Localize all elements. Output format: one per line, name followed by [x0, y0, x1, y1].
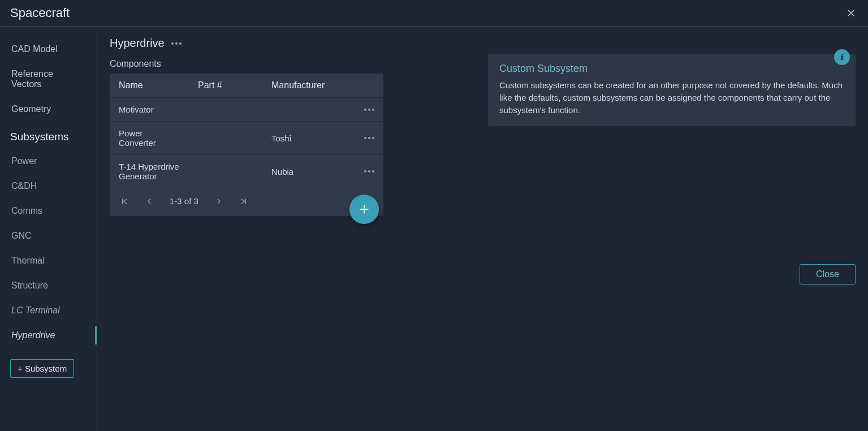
- sidebar-item-power[interactable]: Power: [0, 149, 97, 174]
- sidebar-item-lc-terminal[interactable]: LC Terminal: [0, 298, 97, 323]
- components-table: NamePart #Manufacturer MotivatorPower Co…: [110, 74, 383, 216]
- close-button[interactable]: Close: [800, 264, 856, 285]
- close-icon[interactable]: [844, 6, 858, 20]
- add-subsystem-button[interactable]: + Subsystem: [10, 359, 74, 378]
- info-title: Custom Subsystem: [499, 63, 844, 75]
- sidebar-item-reference-vectors[interactable]: Reference Vectors: [0, 62, 97, 97]
- sidebar-item-hyperdrive[interactable]: Hyperdrive: [0, 323, 97, 348]
- cell-part: [189, 98, 262, 122]
- cell-part: [189, 155, 262, 188]
- table-row[interactable]: Motivator: [110, 98, 383, 122]
- sidebar-item-c-dh[interactable]: C&DH: [0, 174, 97, 199]
- sidebar-item-structure[interactable]: Structure: [0, 273, 97, 298]
- cell-part: [189, 122, 262, 155]
- last-page-icon[interactable]: [239, 197, 248, 206]
- cell-name: Motivator: [110, 98, 189, 122]
- sidebar: CAD ModelReference VectorsGeometry Subsy…: [0, 27, 97, 431]
- prev-page-icon[interactable]: [145, 197, 154, 206]
- column-header: Manufacturer: [262, 74, 355, 98]
- section-title: Hyperdrive: [110, 37, 165, 50]
- cell-name: Power Converter: [110, 122, 189, 155]
- cell-name: T-14 Hyperdrive Generator: [110, 155, 189, 188]
- row-menu-icon[interactable]: [355, 122, 383, 155]
- main-content: Hyperdrive Components NamePart #Manufact…: [97, 27, 868, 431]
- info-panel: i Custom Subsystem Custom subsystems can…: [488, 54, 856, 126]
- next-page-icon[interactable]: [214, 197, 223, 206]
- first-page-icon[interactable]: [120, 197, 129, 206]
- section-menu-icon[interactable]: [171, 42, 182, 45]
- row-menu-icon[interactable]: [355, 155, 383, 188]
- sidebar-item-gnc[interactable]: GNC: [0, 223, 97, 248]
- modal-header: Spacecraft: [0, 0, 868, 27]
- column-header-actions: [355, 74, 383, 98]
- column-header: Part #: [189, 74, 262, 98]
- sidebar-item-geometry[interactable]: Geometry: [0, 97, 97, 122]
- row-menu-icon[interactable]: [355, 98, 383, 122]
- info-icon: i: [834, 49, 850, 65]
- sidebar-item-comms[interactable]: Comms: [0, 199, 97, 223]
- cell-manufacturer: [262, 98, 355, 122]
- add-component-button[interactable]: [349, 195, 379, 224]
- cell-manufacturer: Nubia: [262, 155, 355, 188]
- cell-manufacturer: Toshi: [262, 122, 355, 155]
- sidebar-heading: Subsystems: [0, 122, 97, 149]
- sidebar-item-cad-model[interactable]: CAD Model: [0, 37, 97, 62]
- pagination-text: 1-3 of 3: [170, 196, 198, 206]
- pagination: 1-3 of 3: [110, 188, 383, 216]
- modal-title: Spacecraft: [10, 6, 70, 20]
- info-body: Custom subsystems can be created for an …: [499, 79, 844, 116]
- sidebar-item-thermal[interactable]: Thermal: [0, 248, 97, 273]
- table-row[interactable]: T-14 Hyperdrive GeneratorNubia: [110, 155, 383, 188]
- column-header: Name: [110, 74, 189, 98]
- table-row[interactable]: Power ConverterToshi: [110, 122, 383, 155]
